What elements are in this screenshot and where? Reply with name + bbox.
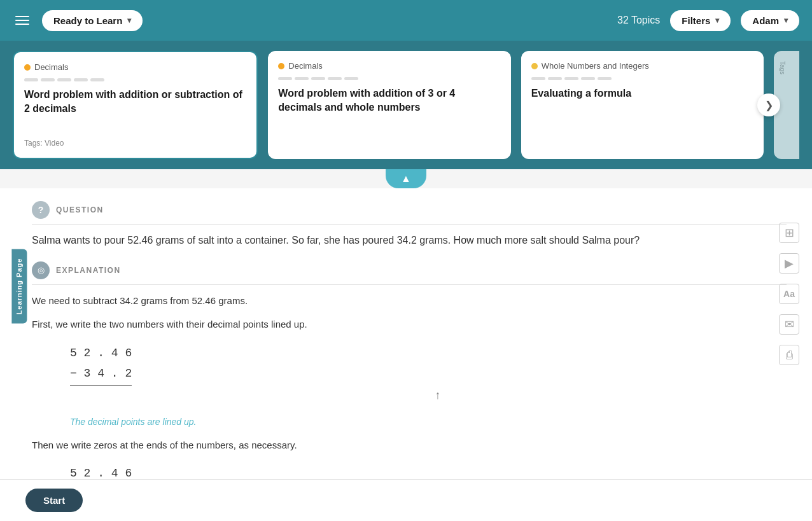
next-card-button[interactable]: ❯: [757, 94, 780, 116]
decimal-note: The decimal points are lined up.: [70, 417, 787, 427]
math-block-1: 5 2 . 4 6 − 3 4 . 2 ↑: [70, 343, 787, 406]
main-content: ? QUESTION Salma wants to pour 52.46 gra…: [0, 188, 812, 521]
ready-to-learn-label: Ready to Learn: [53, 15, 122, 26]
progress-lines: [278, 77, 500, 80]
collapse-button[interactable]: ▲: [386, 169, 426, 188]
chevron-up-icon: ▲: [401, 173, 411, 184]
progress-lines: [531, 77, 753, 80]
math1-line2: − 3 4 . 2: [70, 363, 787, 386]
hamburger-button[interactable]: [13, 13, 32, 27]
yellow-dot-icon: [531, 63, 538, 69]
card-2[interactable]: Decimals Word problem with addition of 3…: [268, 51, 510, 159]
question-label: QUESTION: [56, 205, 104, 214]
orange-dot-icon: [24, 64, 31, 71]
chevron-down-icon: ▾: [127, 16, 131, 25]
header-right: 32 Topics Filters ▾ Adam ▾: [617, 10, 799, 31]
explanation-label: EXPLANATION: [56, 266, 121, 275]
explanation-para1: We need to subtract 34.2 grams from 52.4…: [32, 293, 787, 309]
question-section-header: ? QUESTION: [32, 201, 787, 225]
chevron-down-icon: ▾: [715, 16, 719, 25]
explanation-icon: ◎: [32, 261, 50, 279]
document-icon[interactable]: ⊞: [779, 223, 799, 243]
card-1[interactable]: Decimals Word problem with addition or s…: [13, 51, 258, 159]
play-icon[interactable]: ▶: [779, 253, 799, 274]
orange-dot-icon: [278, 63, 284, 69]
header-left: Ready to Learn ▾: [13, 10, 143, 31]
explanation-section-header: ◎ EXPLANATION: [32, 261, 787, 285]
question-icon: ?: [32, 201, 50, 219]
ready-to-learn-button[interactable]: Ready to Learn ▾: [42, 10, 143, 31]
start-button[interactable]: Start: [25, 489, 83, 512]
filters-label: Filters: [682, 15, 710, 26]
user-label: Adam: [752, 15, 779, 26]
filters-button[interactable]: Filters ▾: [670, 10, 731, 31]
card-2-title: Word problem with addition of 3 or 4 dec…: [278, 87, 500, 115]
math1-line1: 5 2 . 4 6: [70, 343, 787, 363]
mail-icon[interactable]: ✉: [779, 314, 799, 335]
explanation-para2: First, we write the two numbers with the…: [32, 316, 787, 333]
learning-page-label: Learning Page: [11, 249, 27, 324]
collapse-section: ▲: [0, 169, 812, 188]
chevron-right-icon: ❯: [765, 99, 773, 111]
cards-section: Decimals Word problem with addition or s…: [0, 41, 812, 169]
card-1-title: Word problem with addition or subtractio…: [24, 88, 246, 116]
card-3-title: Evaluating a formula: [531, 87, 753, 115]
text-size-icon[interactable]: Aa: [779, 284, 799, 304]
progress-lines: [24, 78, 246, 81]
question-text: Salma wants to pour 52.46 grams of salt …: [32, 232, 787, 249]
bottom-bar: Start: [0, 479, 812, 521]
card-2-topic: Decimals: [278, 61, 500, 71]
right-panel: ⊞ ▶ Aa ✉ ⎙: [779, 223, 799, 365]
print-icon[interactable]: ⎙: [779, 345, 799, 365]
card-1-topic: Decimals: [24, 62, 246, 72]
card-3[interactable]: Whole Numbers and Integers Evaluating a …: [521, 51, 764, 159]
user-button[interactable]: Adam ▾: [741, 10, 799, 31]
chevron-down-icon: ▾: [784, 16, 788, 25]
header: Ready to Learn ▾ 32 Topics Filters ▾ Ada…: [0, 0, 812, 41]
topics-count: 32 Topics: [617, 15, 660, 26]
card-3-topic: Whole Numbers and Integers: [531, 61, 753, 71]
card-1-tags: Tags: Video: [24, 139, 246, 148]
decimal-arrow-icon: ↑: [89, 386, 787, 406]
explanation-para3: Then we write zeros at the ends of the n…: [32, 437, 787, 454]
